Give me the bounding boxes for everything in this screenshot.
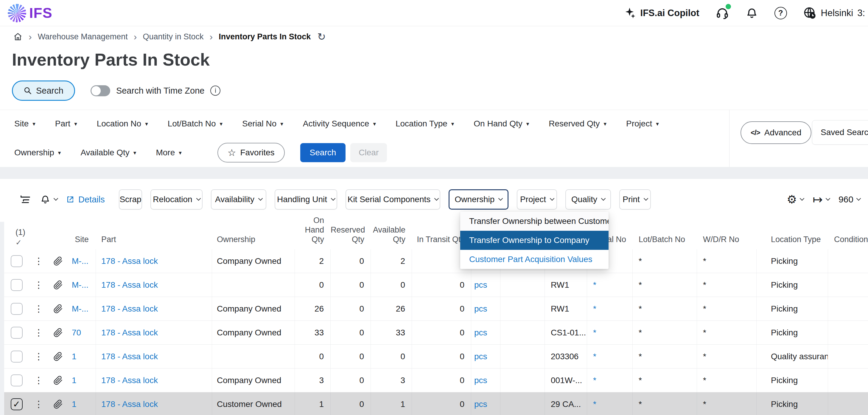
paperclip-icon[interactable] — [53, 399, 63, 409]
home-icon[interactable] — [13, 32, 23, 41]
timezone-toggle[interactable] — [91, 85, 110, 96]
column-header-condition-code[interactable]: Condition Code — [828, 235, 868, 249]
support-headset-icon[interactable] — [715, 6, 729, 20]
site-link[interactable]: M-... — [72, 280, 89, 290]
serial-link[interactable]: * — [593, 328, 596, 337]
help-icon[interactable]: ? — [774, 7, 787, 19]
paperclip-icon[interactable] — [53, 257, 63, 266]
toolbar-button[interactable]: Kit Serial Components — [345, 189, 440, 210]
um-link[interactable]: pcs — [474, 399, 487, 409]
saved-searches-button[interactable]: Saved Searches — [812, 120, 868, 145]
kebab-menu-icon[interactable] — [34, 375, 43, 385]
copilot-button[interactable]: IFS.ai Copilot — [624, 7, 700, 19]
details-link[interactable]: Details — [66, 195, 111, 205]
column-header-on-hand-qty[interactable]: On Hand Qty — [295, 216, 331, 249]
row-checkbox[interactable] — [11, 398, 23, 410]
toolbar-button[interactable]: Ownership — [448, 189, 508, 210]
filter-chip[interactable]: Activity Sequence ▾ — [303, 119, 376, 128]
part-link[interactable]: 178 - Assa lock — [101, 304, 158, 314]
um-link[interactable]: pcs — [474, 376, 487, 385]
filter-chip[interactable]: Part ▾ — [55, 119, 77, 128]
row-checkbox[interactable] — [11, 327, 23, 339]
export-group[interactable]: ↦ — [813, 194, 830, 205]
info-icon[interactable]: i — [210, 86, 220, 96]
page-size-selector[interactable]: 960 — [838, 195, 860, 205]
filter-chip[interactable]: Location Type ▾ — [396, 119, 454, 128]
serial-link[interactable]: * — [593, 280, 596, 290]
favorites-button[interactable]: ☆ Favorites — [217, 143, 285, 162]
column-header-lot-batch-no[interactable]: Lot/Batch No — [633, 235, 697, 249]
site-link[interactable]: M-... — [72, 304, 89, 314]
dropdown-menu-item[interactable]: Transfer Ownership to Company — [460, 231, 609, 250]
part-link[interactable]: 178 - Assa lock — [101, 257, 158, 266]
search-button[interactable]: Search — [12, 81, 75, 101]
notifications-bell-icon[interactable] — [745, 6, 758, 20]
row-checkbox[interactable] — [11, 255, 23, 267]
paperclip-icon[interactable] — [53, 376, 63, 385]
filter-chip[interactable]: Project ▾ — [626, 119, 659, 128]
column-header-location-type[interactable]: Location Type — [756, 235, 828, 249]
kebab-menu-icon[interactable] — [34, 256, 43, 266]
filter-chip[interactable]: Serial No ▾ — [242, 119, 283, 128]
row-checkbox[interactable] — [11, 303, 23, 315]
dropdown-menu-item[interactable]: Customer Part Acquisition Values — [460, 250, 609, 269]
filter-chip[interactable]: Site ▾ — [14, 119, 35, 128]
toolbar-button[interactable]: Handling Unit — [275, 189, 337, 210]
toolbar-button[interactable]: Quality — [565, 189, 611, 210]
serial-link[interactable]: * — [593, 376, 596, 385]
breadcrumb-item[interactable]: Warehouse Management — [38, 32, 128, 41]
breadcrumb-item[interactable]: Quantity in Stock — [143, 32, 204, 41]
kebab-menu-icon[interactable] — [34, 399, 43, 409]
kebab-menu-icon[interactable] — [34, 327, 43, 338]
toolbar-button[interactable]: Availability — [211, 189, 266, 210]
um-link[interactable]: pcs — [474, 304, 487, 314]
toolbar-button[interactable]: Project — [517, 189, 557, 210]
site-link[interactable]: 1 — [72, 399, 76, 409]
subscribe-bell-group[interactable] — [40, 194, 58, 205]
filter-lines-icon[interactable] — [19, 193, 32, 206]
part-link[interactable]: 178 - Assa lock — [101, 328, 158, 337]
breadcrumb-item[interactable]: Inventory Parts In Stock — [219, 32, 311, 41]
refresh-icon[interactable]: ↻ — [317, 31, 326, 42]
ifs-logo[interactable]: IFS — [8, 4, 53, 22]
row-checkbox[interactable] — [11, 279, 23, 291]
column-header-wdr-no[interactable]: W/D/R No — [697, 235, 756, 249]
site-link[interactable]: 1 — [72, 376, 76, 385]
filter-chip[interactable]: Ownership ▾ — [14, 148, 61, 157]
toolbar-button[interactable]: Scrap — [119, 189, 142, 210]
column-header-reserved-qty[interactable]: Reserved Qty — [331, 226, 371, 249]
paperclip-icon[interactable] — [53, 304, 63, 314]
filter-chip[interactable]: Location No ▾ — [97, 119, 148, 128]
site-link[interactable]: 1 — [72, 352, 76, 361]
um-link[interactable]: pcs — [474, 328, 487, 337]
column-header-site[interactable]: Site — [68, 235, 96, 249]
timezone-cluster[interactable]: Helsinki 3: — [803, 6, 865, 20]
filter-chip[interactable]: More ▾ — [156, 148, 181, 157]
part-link[interactable]: 178 - Assa lock — [101, 280, 158, 290]
site-link[interactable]: 70 — [72, 328, 81, 337]
column-header-available-qty[interactable]: Available Qty — [371, 226, 412, 249]
part-link[interactable]: 178 - Assa lock — [101, 352, 158, 361]
toolbar-button[interactable]: Print — [619, 189, 651, 210]
paperclip-icon[interactable] — [53, 352, 63, 361]
column-header-part[interactable]: Part — [96, 235, 212, 249]
kebab-menu-icon[interactable] — [34, 280, 43, 290]
paperclip-icon[interactable] — [53, 328, 63, 337]
site-link[interactable]: M-... — [72, 257, 89, 266]
kebab-menu-icon[interactable] — [34, 351, 43, 362]
filter-chip[interactable]: Available Qty ▾ — [81, 148, 136, 157]
filter-chip[interactable]: Lot/Batch No ▾ — [168, 119, 222, 128]
column-header-ownership[interactable]: Ownership — [212, 235, 295, 249]
filter-search-button[interactable]: Search — [300, 143, 346, 162]
filter-chip[interactable]: On Hand Qty ▾ — [474, 119, 529, 128]
kebab-menu-icon[interactable] — [34, 303, 43, 314]
part-link[interactable]: 178 - Assa lock — [101, 376, 158, 385]
dropdown-menu-item[interactable]: Transfer Ownership between Customers — [460, 212, 609, 231]
row-checkbox[interactable] — [11, 351, 23, 362]
table-settings-group[interactable]: ⚙ — [787, 194, 804, 205]
serial-link[interactable]: * — [593, 352, 596, 361]
toolbar-button[interactable]: Relocation — [150, 189, 203, 210]
paperclip-icon[interactable] — [53, 280, 63, 290]
part-link[interactable]: 178 - Assa lock — [101, 399, 158, 409]
um-link[interactable]: pcs — [474, 280, 487, 290]
